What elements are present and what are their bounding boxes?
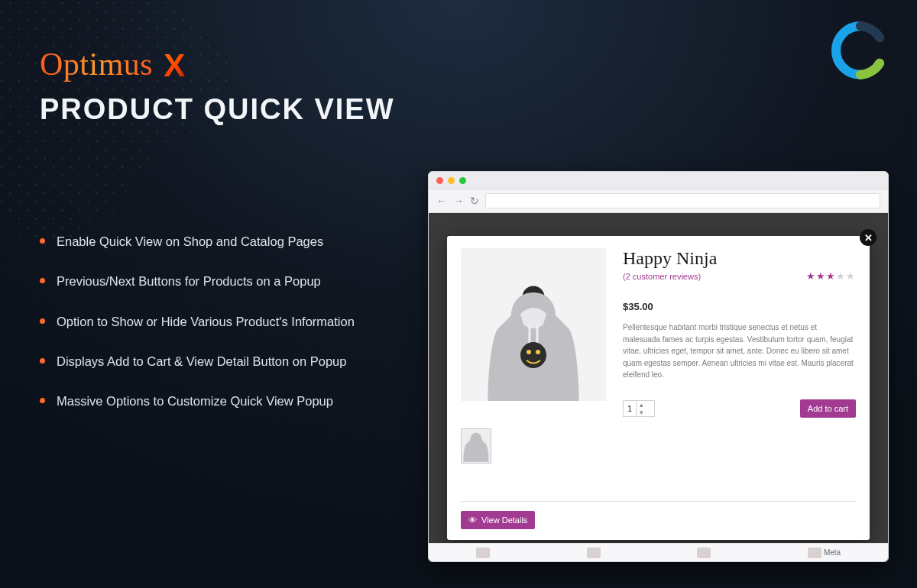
product-title: Happy Ninja bbox=[623, 248, 856, 269]
star-rating: ★★★★★ bbox=[806, 270, 856, 282]
product-thumbnail[interactable] bbox=[461, 428, 491, 464]
feature-item: Previous/Next Buttons for Products on a … bbox=[40, 273, 437, 289]
view-details-label: View Details bbox=[481, 515, 527, 525]
qty-down-icon[interactable]: ▾ bbox=[636, 409, 646, 416]
star-icon: ★ bbox=[826, 270, 836, 282]
address-bar[interactable] bbox=[485, 193, 880, 208]
qty-up-icon[interactable]: ▴ bbox=[636, 401, 646, 409]
background-product-row: Meta bbox=[429, 543, 888, 561]
window-minimize-icon[interactable] bbox=[448, 177, 455, 184]
quick-view-popup: ✕ Happy Ninja (2 customer reviews) bbox=[447, 236, 870, 540]
window-zoom-icon[interactable] bbox=[459, 177, 466, 184]
page-viewport: ✕ Happy Ninja (2 customer reviews) bbox=[429, 213, 888, 561]
ghost-thumb-icon bbox=[808, 548, 821, 558]
ghost-thumb-icon bbox=[476, 548, 490, 558]
logo-word: Optimus bbox=[40, 46, 153, 82]
window-close-icon[interactable] bbox=[436, 177, 443, 184]
star-icon: ★ bbox=[816, 270, 826, 282]
star-icon: ★ bbox=[846, 270, 856, 282]
logo-x-icon: X bbox=[164, 47, 185, 84]
product-logo: Optimus X bbox=[40, 46, 437, 82]
ghost-label: Meta bbox=[824, 548, 841, 557]
ghost-thumb-icon bbox=[587, 548, 601, 558]
svg-point-1 bbox=[527, 350, 531, 354]
feature-item: Option to Show or Hide Various Product's… bbox=[40, 313, 437, 330]
product-main-image[interactable] bbox=[461, 248, 606, 401]
svg-point-2 bbox=[536, 350, 540, 354]
window-traffic-lights bbox=[429, 172, 888, 189]
hoodie-illustration-icon bbox=[476, 279, 591, 401]
divider bbox=[461, 501, 856, 502]
nav-forward-icon[interactable]: → bbox=[453, 195, 464, 207]
feature-list: Enable Quick View on Shop and Catalog Pa… bbox=[40, 233, 437, 409]
feature-item: Enable Quick View on Shop and Catalog Pa… bbox=[40, 233, 437, 250]
add-to-cart-button[interactable]: Add to cart bbox=[800, 399, 856, 418]
company-logo-icon bbox=[831, 21, 889, 79]
star-icon: ★ bbox=[806, 270, 816, 282]
eye-icon: 👁 bbox=[468, 515, 477, 525]
quantity-value: 1 bbox=[624, 404, 636, 413]
close-icon[interactable]: ✕ bbox=[860, 229, 876, 246]
ghost-thumb-icon bbox=[697, 548, 711, 558]
feature-item: Massive Options to Customize Quick View … bbox=[40, 393, 437, 409]
view-details-button[interactable]: 👁 View Details bbox=[461, 511, 535, 529]
product-description: Pellentesque habitant morbi tristique se… bbox=[623, 321, 856, 381]
nav-reload-icon[interactable]: ↻ bbox=[470, 195, 479, 207]
star-icon: ★ bbox=[836, 270, 846, 282]
browser-toolbar: ← → ↻ bbox=[429, 189, 888, 213]
feature-item: Displays Add to Cart & View Detail Butto… bbox=[40, 353, 437, 370]
browser-mock: ← → ↻ ✕ Happy Ninja bbox=[428, 171, 889, 562]
page-title: PRODUCT QUICK VIEW bbox=[40, 93, 437, 126]
svg-point-0 bbox=[520, 342, 546, 368]
quantity-stepper[interactable]: 1 ▴ ▾ bbox=[623, 400, 655, 417]
product-price: $35.00 bbox=[623, 301, 856, 312]
nav-back-icon[interactable]: ← bbox=[436, 195, 447, 207]
